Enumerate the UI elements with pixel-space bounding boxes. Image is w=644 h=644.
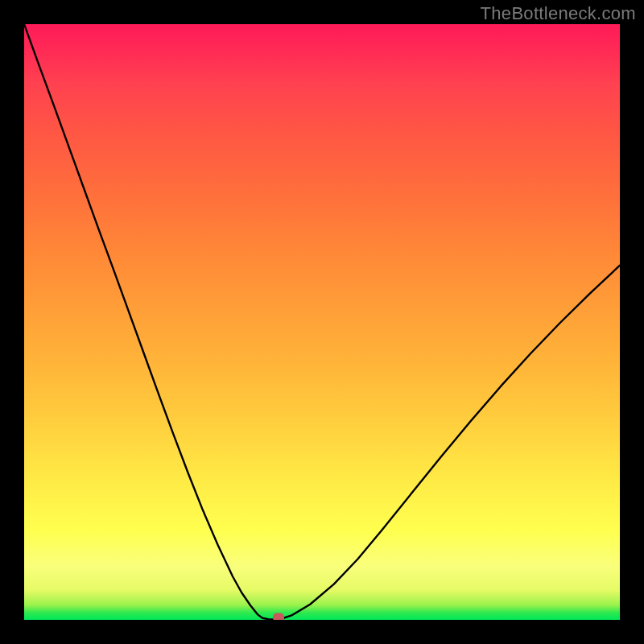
bottleneck-curve	[24, 24, 620, 620]
watermark-label: TheBottleneck.com	[481, 3, 636, 24]
plot-area	[24, 24, 620, 620]
chart-frame: TheBottleneck.com	[0, 0, 644, 644]
optimal-point-marker	[273, 613, 284, 621]
